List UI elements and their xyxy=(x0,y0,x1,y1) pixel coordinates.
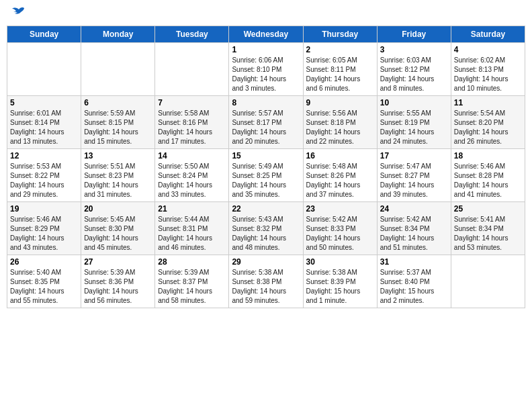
calendar-cell xyxy=(7,43,81,96)
calendar-cell: 11Sunrise: 5:54 AMSunset: 8:20 PMDayligh… xyxy=(451,96,525,149)
day-info: Sunrise: 6:05 AMSunset: 8:11 PMDaylight:… xyxy=(306,56,374,93)
calendar-cell: 23Sunrise: 5:42 AMSunset: 8:33 PMDayligh… xyxy=(303,202,377,255)
calendar-cell: 24Sunrise: 5:42 AMSunset: 8:34 PMDayligh… xyxy=(377,202,451,255)
day-info: Sunrise: 5:40 AMSunset: 8:35 PMDaylight:… xyxy=(10,268,78,306)
calendar-cell: 18Sunrise: 5:46 AMSunset: 8:28 PMDayligh… xyxy=(451,149,525,202)
calendar-cell: 28Sunrise: 5:39 AMSunset: 8:37 PMDayligh… xyxy=(155,255,229,308)
day-number: 16 xyxy=(306,151,374,161)
calendar-table: SundayMondayTuesdayWednesdayThursdayFrid… xyxy=(7,26,525,308)
day-number: 23 xyxy=(306,204,374,214)
day-info: Sunrise: 5:53 AMSunset: 8:22 PMDaylight:… xyxy=(10,162,78,199)
day-info: Sunrise: 5:55 AMSunset: 8:19 PMDaylight:… xyxy=(380,109,448,146)
day-info: Sunrise: 5:38 AMSunset: 8:38 PMDaylight:… xyxy=(232,268,300,306)
logo-bird-icon xyxy=(11,7,27,20)
calendar-cell: 6Sunrise: 5:59 AMSunset: 8:15 PMDaylight… xyxy=(81,96,155,149)
day-number: 22 xyxy=(232,204,300,214)
day-number: 26 xyxy=(10,257,78,267)
day-number: 3 xyxy=(380,45,448,54)
day-number: 14 xyxy=(158,151,226,161)
calendar-cell: 25Sunrise: 5:41 AMSunset: 8:34 PMDayligh… xyxy=(451,202,525,255)
day-info: Sunrise: 5:59 AMSunset: 8:15 PMDaylight:… xyxy=(84,109,152,146)
calendar-cell: 3Sunrise: 6:03 AMSunset: 8:12 PMDaylight… xyxy=(377,43,451,96)
day-number: 18 xyxy=(454,151,522,161)
calendar-cell: 17Sunrise: 5:47 AMSunset: 8:27 PMDayligh… xyxy=(377,149,451,202)
calendar-week-row: 5Sunrise: 6:01 AMSunset: 8:14 PMDaylight… xyxy=(7,96,525,149)
day-info: Sunrise: 5:39 AMSunset: 8:36 PMDaylight:… xyxy=(84,268,152,306)
calendar-cell: 16Sunrise: 5:48 AMSunset: 8:26 PMDayligh… xyxy=(303,149,377,202)
day-info: Sunrise: 5:58 AMSunset: 8:16 PMDaylight:… xyxy=(158,109,226,146)
day-info: Sunrise: 5:48 AMSunset: 8:26 PMDaylight:… xyxy=(306,162,374,199)
weekday-header-friday: Friday xyxy=(377,26,451,43)
day-number: 24 xyxy=(380,204,448,214)
calendar-cell: 19Sunrise: 5:46 AMSunset: 8:29 PMDayligh… xyxy=(7,202,81,255)
calendar-cell: 14Sunrise: 5:50 AMSunset: 8:24 PMDayligh… xyxy=(155,149,229,202)
day-number: 6 xyxy=(84,98,152,107)
calendar-cell: 15Sunrise: 5:49 AMSunset: 8:25 PMDayligh… xyxy=(229,149,303,202)
calendar-cell: 22Sunrise: 5:43 AMSunset: 8:32 PMDayligh… xyxy=(229,202,303,255)
day-number: 15 xyxy=(232,151,300,161)
day-info: Sunrise: 5:46 AMSunset: 8:29 PMDaylight:… xyxy=(10,215,78,253)
day-number: 21 xyxy=(158,204,226,214)
day-info: Sunrise: 6:03 AMSunset: 8:12 PMDaylight:… xyxy=(380,56,448,93)
calendar-cell: 27Sunrise: 5:39 AMSunset: 8:36 PMDayligh… xyxy=(81,255,155,308)
day-info: Sunrise: 5:41 AMSunset: 8:34 PMDaylight:… xyxy=(454,215,522,253)
calendar-cell: 31Sunrise: 5:37 AMSunset: 8:40 PMDayligh… xyxy=(377,255,451,308)
day-info: Sunrise: 5:56 AMSunset: 8:18 PMDaylight:… xyxy=(306,109,374,146)
calendar-cell: 4Sunrise: 6:02 AMSunset: 8:13 PMDaylight… xyxy=(451,43,525,96)
calendar-week-row: 12Sunrise: 5:53 AMSunset: 8:22 PMDayligh… xyxy=(7,149,525,202)
calendar-cell: 5Sunrise: 6:01 AMSunset: 8:14 PMDaylight… xyxy=(7,96,81,149)
day-number: 5 xyxy=(10,98,78,107)
day-info: Sunrise: 5:37 AMSunset: 8:40 PMDaylight:… xyxy=(380,268,448,306)
day-number: 31 xyxy=(380,257,448,267)
calendar-cell xyxy=(451,255,525,308)
day-info: Sunrise: 5:42 AMSunset: 8:33 PMDaylight:… xyxy=(306,215,374,253)
calendar-week-row: 19Sunrise: 5:46 AMSunset: 8:29 PMDayligh… xyxy=(7,202,525,255)
day-number: 20 xyxy=(84,204,152,214)
day-number: 27 xyxy=(84,257,152,267)
calendar-week-row: 1Sunrise: 6:06 AMSunset: 8:10 PMDaylight… xyxy=(7,43,525,96)
calendar-cell xyxy=(155,43,229,96)
day-info: Sunrise: 5:44 AMSunset: 8:31 PMDaylight:… xyxy=(158,215,226,253)
logo xyxy=(9,7,27,20)
calendar-cell xyxy=(81,43,155,96)
day-number: 28 xyxy=(158,257,226,267)
weekday-header-saturday: Saturday xyxy=(451,26,525,43)
calendar-cell: 12Sunrise: 5:53 AMSunset: 8:22 PMDayligh… xyxy=(7,149,81,202)
calendar-cell: 29Sunrise: 5:38 AMSunset: 8:38 PMDayligh… xyxy=(229,255,303,308)
calendar-cell: 1Sunrise: 6:06 AMSunset: 8:10 PMDaylight… xyxy=(229,43,303,96)
day-info: Sunrise: 5:49 AMSunset: 8:25 PMDaylight:… xyxy=(232,162,300,199)
day-number: 30 xyxy=(306,257,374,267)
day-number: 25 xyxy=(454,204,522,214)
calendar-cell: 10Sunrise: 5:55 AMSunset: 8:19 PMDayligh… xyxy=(377,96,451,149)
calendar-cell: 30Sunrise: 5:38 AMSunset: 8:39 PMDayligh… xyxy=(303,255,377,308)
day-info: Sunrise: 5:43 AMSunset: 8:32 PMDaylight:… xyxy=(232,215,300,253)
day-number: 2 xyxy=(306,45,374,54)
day-info: Sunrise: 6:06 AMSunset: 8:10 PMDaylight:… xyxy=(232,56,300,93)
calendar-cell: 20Sunrise: 5:45 AMSunset: 8:30 PMDayligh… xyxy=(81,202,155,255)
day-number: 19 xyxy=(10,204,78,214)
day-info: Sunrise: 5:39 AMSunset: 8:37 PMDaylight:… xyxy=(158,268,226,306)
day-number: 17 xyxy=(380,151,448,161)
day-info: Sunrise: 5:50 AMSunset: 8:24 PMDaylight:… xyxy=(158,162,226,199)
calendar-cell: 2Sunrise: 6:05 AMSunset: 8:11 PMDaylight… xyxy=(303,43,377,96)
calendar-week-row: 26Sunrise: 5:40 AMSunset: 8:35 PMDayligh… xyxy=(7,255,525,308)
day-number: 11 xyxy=(454,98,522,107)
day-number: 4 xyxy=(454,45,522,54)
page-header xyxy=(7,7,525,20)
day-number: 13 xyxy=(84,151,152,161)
calendar-cell: 13Sunrise: 5:51 AMSunset: 8:23 PMDayligh… xyxy=(81,149,155,202)
weekday-header-row: SundayMondayTuesdayWednesdayThursdayFrid… xyxy=(7,26,525,43)
calendar-cell: 26Sunrise: 5:40 AMSunset: 8:35 PMDayligh… xyxy=(7,255,81,308)
weekday-header-wednesday: Wednesday xyxy=(229,26,303,43)
day-number: 10 xyxy=(380,98,448,107)
day-number: 12 xyxy=(10,151,78,161)
weekday-header-monday: Monday xyxy=(81,26,155,43)
day-info: Sunrise: 5:42 AMSunset: 8:34 PMDaylight:… xyxy=(380,215,448,253)
weekday-header-tuesday: Tuesday xyxy=(155,26,229,43)
calendar-cell: 8Sunrise: 5:57 AMSunset: 8:17 PMDaylight… xyxy=(229,96,303,149)
day-info: Sunrise: 5:57 AMSunset: 8:17 PMDaylight:… xyxy=(232,109,300,146)
calendar-cell: 9Sunrise: 5:56 AMSunset: 8:18 PMDaylight… xyxy=(303,96,377,149)
day-info: Sunrise: 6:01 AMSunset: 8:14 PMDaylight:… xyxy=(10,109,78,146)
calendar-cell: 21Sunrise: 5:44 AMSunset: 8:31 PMDayligh… xyxy=(155,202,229,255)
day-info: Sunrise: 5:46 AMSunset: 8:28 PMDaylight:… xyxy=(454,162,522,199)
